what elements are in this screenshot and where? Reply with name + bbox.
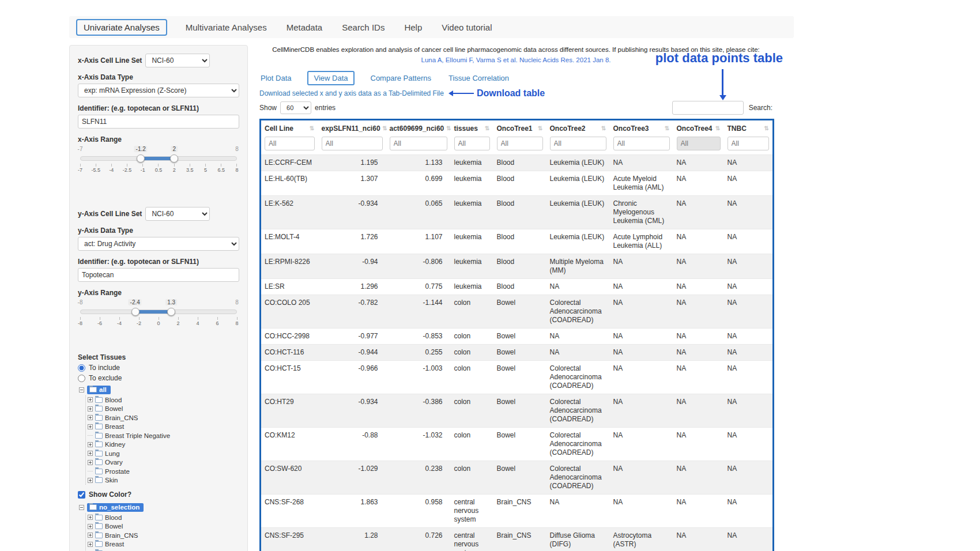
download-link[interactable]: Download selected x and y axis data as a…: [259, 89, 444, 97]
tissue-item-bowel[interactable]: Bowel: [88, 405, 239, 414]
tissue-item-breast[interactable]: Breast: [88, 540, 239, 549]
tissue-item-skin[interactable]: Skin: [88, 476, 239, 485]
expand-icon[interactable]: [88, 533, 93, 538]
radio-to-include-label: To include: [89, 364, 120, 372]
folder-icon: [89, 504, 97, 510]
expand-icon[interactable]: [88, 460, 93, 465]
slider-handle-to[interactable]: [170, 154, 178, 163]
folder-icon: [95, 415, 103, 421]
column-header-expslfn11-nci60[interactable]: expSLFN11_nci60⇅: [318, 119, 386, 135]
filter-input-tnbc[interactable]: [728, 137, 770, 150]
nav-tab-multivariate-analyses[interactable]: Multivariate Analyses: [184, 20, 268, 35]
tissue-tree-root[interactable]: no_selection: [79, 503, 239, 512]
cell-oncotree4: NA: [673, 328, 724, 344]
filter-input-oncotree1[interactable]: [497, 137, 543, 150]
radio-to-exclude[interactable]: [78, 375, 85, 382]
column-header-cell-line[interactable]: Cell Line⇅: [261, 119, 318, 135]
tab-plot-data[interactable]: Plot Data: [259, 72, 292, 84]
slider-max-label: 8: [233, 146, 240, 152]
cell-act609699-nci60: -1.003: [386, 360, 451, 394]
tab-view-data[interactable]: View Data: [307, 71, 354, 85]
radio-to-exclude-label: To exclude: [89, 374, 122, 382]
tissue-item-ovary[interactable]: Ovary: [88, 458, 239, 467]
expand-icon[interactable]: [88, 406, 93, 412]
column-header-oncotree2[interactable]: OncoTree2⇅: [546, 119, 610, 135]
tissue-item-prostate[interactable]: Prostate: [88, 467, 239, 476]
column-header-act609699-nci60[interactable]: act609699_nci60⇅: [386, 119, 451, 135]
slider-handle-from[interactable]: [137, 154, 145, 163]
cell-oncotree2: Leukemia (LEUK): [546, 195, 610, 229]
tissue-item-kidney[interactable]: Kidney: [88, 440, 239, 450]
nav-tab-metadata[interactable]: Metadata: [285, 20, 324, 35]
cell-cell-line: LE:MOLT-4: [261, 229, 318, 254]
slider-track[interactable]: [80, 156, 237, 161]
show-color-checkbox[interactable]: [78, 491, 85, 499]
radio-to-include[interactable]: [78, 364, 85, 372]
filter-input-act609699-nci60[interactable]: [390, 137, 447, 150]
y-axis-data-type-select[interactable]: act: Drug Activity: [78, 237, 239, 251]
expand-icon[interactable]: [88, 424, 93, 429]
filter-input-oncotree4[interactable]: [677, 137, 721, 150]
expand-icon[interactable]: [88, 542, 93, 547]
tissue-item-brain-cns[interactable]: Brain_CNS: [88, 413, 239, 422]
folder-icon: [95, 477, 103, 483]
tissue-item-breast[interactable]: Breast: [88, 422, 239, 432]
nav-tab-help[interactable]: Help: [403, 20, 423, 35]
table-row: LE:MOLT-41.7261.107leukemiaBloodLeukemia…: [261, 229, 774, 254]
folder-icon: [95, 433, 103, 439]
expand-icon[interactable]: [88, 524, 93, 529]
x-axis-data-type-select[interactable]: exp: mRNA Expression (Z-Score): [78, 84, 239, 97]
collapse-icon[interactable]: [79, 387, 84, 393]
y-axis-range-slider[interactable]: -8-2.41.38-8-6-4-202468: [80, 299, 237, 334]
expand-icon[interactable]: [88, 451, 93, 456]
filter-input-oncotree3[interactable]: [613, 137, 670, 150]
expand-icon[interactable]: [88, 442, 93, 447]
filter-input-cell-line[interactable]: [265, 137, 315, 150]
collapse-icon[interactable]: [79, 505, 84, 510]
entries-select[interactable]: 60: [280, 101, 311, 114]
tissue-tree-root[interactable]: all: [79, 386, 239, 394]
column-header-tissues[interactable]: tissues⇅: [451, 119, 493, 135]
tissue-item-bowel[interactable]: Bowel: [88, 522, 239, 531]
tissue-item-brain-cns[interactable]: Brain_CNS: [88, 531, 239, 540]
filter-input-expslfn11-nci60[interactable]: [322, 137, 383, 150]
tissue-item-blood[interactable]: Blood: [88, 395, 239, 405]
table-row: CNS:SF-2951.280.726central nervous syste…: [261, 527, 774, 551]
expand-icon[interactable]: [88, 415, 93, 420]
cell-tissues: leukemia: [451, 229, 493, 254]
cell-oncotree1: Bowel: [493, 295, 546, 328]
cell-oncotree2: NA: [546, 344, 610, 360]
slider-track[interactable]: [80, 310, 237, 314]
tissue-item-blood[interactable]: Blood: [88, 513, 239, 522]
column-header-oncotree4[interactable]: OncoTree4⇅: [673, 119, 724, 135]
column-header-tnbc[interactable]: TNBC⇅: [724, 119, 774, 135]
slider-handle-from[interactable]: [131, 308, 140, 316]
tissue-item-breast-triple-negative[interactable]: Breast Triple Negative: [88, 431, 239, 440]
y-axis-cell-line-set-select[interactable]: NCI-60: [145, 207, 210, 221]
x-axis-cell-line-set-select[interactable]: NCI-60: [145, 54, 210, 67]
table-row: CO:HT29-0.934-0.386colonBowelColorectal …: [261, 394, 774, 427]
expand-icon[interactable]: [88, 515, 93, 520]
filter-input-tissues[interactable]: [454, 137, 490, 150]
expand-icon[interactable]: [88, 478, 93, 483]
x-axis-range-slider[interactable]: -7-1.228-7-5.5-4-2.5-10.523.556.58: [80, 146, 237, 180]
filter-input-oncotree2[interactable]: [550, 137, 606, 150]
slider-handle-to[interactable]: [167, 308, 175, 316]
cell-oncotree2: Colorectal Adenocarcinoma (COADREAD): [546, 427, 610, 461]
cell-cell-line: LE:RPMI-8226: [261, 254, 318, 278]
tab-tissue-correlation[interactable]: Tissue Correlation: [447, 72, 510, 84]
expand-icon[interactable]: [88, 397, 93, 402]
tab-compare-patterns[interactable]: Compare Patterns: [370, 72, 433, 84]
x-axis-identifier-input[interactable]: [78, 115, 239, 129]
cell-oncotree1: Bowel: [493, 328, 546, 344]
table-row: CO:HCC-2998-0.977-0.853colonBowelNANANAN…: [261, 328, 774, 344]
search-input[interactable]: [672, 101, 744, 115]
y-axis-identifier-input[interactable]: [78, 268, 239, 282]
tissue-item-lung[interactable]: Lung: [88, 449, 239, 458]
tissue-item-breast-triple-negative[interactable]: Breast Triple Negative: [88, 549, 239, 551]
nav-tab-search-ids[interactable]: Search IDs: [341, 20, 386, 35]
nav-tab-univariate-analyses[interactable]: Univariate Analyses: [76, 19, 167, 36]
nav-tab-video-tutorial[interactable]: Video tutorial: [440, 20, 493, 35]
column-header-oncotree1[interactable]: OncoTree1⇅: [493, 119, 546, 135]
column-header-oncotree3[interactable]: OncoTree3⇅: [610, 119, 673, 135]
